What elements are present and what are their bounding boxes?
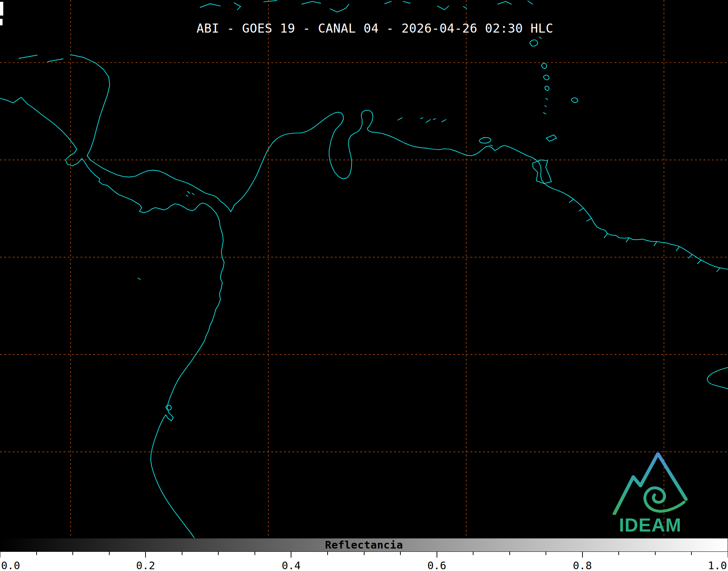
coastline-fragment xyxy=(528,1,533,4)
colorbar-tick xyxy=(400,552,401,555)
river-mouth xyxy=(579,208,584,211)
coastline-fragment xyxy=(403,1,410,3)
colorbar-tick xyxy=(218,552,219,555)
island xyxy=(479,138,491,143)
coastline-fragment xyxy=(234,3,240,10)
colorbar-tick xyxy=(691,552,692,555)
colorbar-tick xyxy=(36,552,37,555)
colorbar-tick xyxy=(437,552,437,558)
coastline-fragment xyxy=(437,6,449,10)
coastline-fragment xyxy=(385,1,391,4)
clipped-label-artifact xyxy=(0,19,3,25)
colorbar-tick xyxy=(618,552,619,555)
island xyxy=(490,145,493,146)
colorbar: Reflectancia xyxy=(0,538,728,552)
island xyxy=(166,405,172,410)
island xyxy=(542,63,547,68)
colorbar-tick xyxy=(254,552,255,555)
colorbar-tick xyxy=(364,552,365,555)
river-mouth xyxy=(654,242,657,246)
coastline-fragment xyxy=(264,0,277,2)
colorbar-label: Reflectancia xyxy=(325,539,403,551)
colorbar-tick-label: 0.8 xyxy=(573,559,592,571)
colorbar-tick xyxy=(327,552,328,555)
hurricane-spiral-icon xyxy=(645,488,684,511)
island xyxy=(426,119,430,122)
image-title: ABI - GOES 19 - CANAL 04 - 2026-04-26 02… xyxy=(197,21,554,35)
island xyxy=(545,106,546,107)
colorbar-tick xyxy=(546,552,546,555)
island xyxy=(530,40,538,46)
colorbar-tick-label: 1.0 xyxy=(708,559,727,571)
colorbar-tick xyxy=(72,552,73,555)
coastline-fragment xyxy=(463,7,467,8)
satellite-image-viewer: ABI - GOES 19 - CANAL 04 - 2026-04-26 02… xyxy=(0,0,728,571)
island xyxy=(546,135,557,141)
colorbar-tick-label: 0.0 xyxy=(1,559,20,571)
colorbar-tick xyxy=(291,552,291,558)
ideam-logo: IDEAM xyxy=(611,453,689,536)
colorbar-tick-label: 0.2 xyxy=(136,559,155,571)
island xyxy=(433,119,436,120)
colorbar-tick xyxy=(0,552,0,558)
colorbar-tick xyxy=(582,552,583,558)
colorbar-tick-label: 0.6 xyxy=(427,559,446,571)
colorbar-tick xyxy=(509,552,510,555)
coastline-fragment xyxy=(302,1,321,4)
coastline-fragment xyxy=(19,55,37,58)
river-mouth xyxy=(626,238,629,242)
coastline-pacific xyxy=(0,97,224,538)
island xyxy=(186,192,194,197)
colorbar-axis: 0.00.20.40.60.81.0 xyxy=(0,552,728,571)
coastline-fragment xyxy=(200,4,220,7)
colorbar-tick xyxy=(473,552,474,555)
island xyxy=(398,118,402,120)
coastline-fragment xyxy=(498,1,512,4)
island xyxy=(545,86,549,91)
clipped-label-artifact xyxy=(0,2,3,16)
river-mouth xyxy=(697,260,701,264)
satellite-map: ABI - GOES 19 - CANAL 04 - 2026-04-26 02… xyxy=(0,0,728,538)
island xyxy=(138,278,140,280)
river-mouth xyxy=(569,199,574,202)
ideam-logo-mark xyxy=(611,453,689,515)
colorbar-tick xyxy=(182,552,182,555)
coastline-fragment xyxy=(47,59,63,62)
island xyxy=(543,75,549,80)
river-mouth xyxy=(689,255,692,258)
mountain-icon xyxy=(614,454,686,514)
island xyxy=(421,118,423,119)
colorbar-tick-label: 0.4 xyxy=(282,559,300,571)
island xyxy=(442,119,446,122)
island xyxy=(546,98,548,100)
colorbar-tick xyxy=(655,552,656,555)
island xyxy=(571,98,578,102)
ideam-logo-text: IDEAM xyxy=(611,516,689,534)
colorbar-tick xyxy=(145,552,146,558)
island xyxy=(539,37,542,38)
coastline-fragment xyxy=(707,368,728,389)
river-mouth xyxy=(717,268,720,272)
colorbar-tick xyxy=(109,552,110,555)
river-mouth xyxy=(604,234,607,238)
river-mouth xyxy=(676,247,679,251)
coastline-caribbean-mainland xyxy=(71,55,728,269)
island xyxy=(543,113,546,114)
river-mouth xyxy=(587,218,592,221)
coastline-fragment xyxy=(330,4,349,12)
